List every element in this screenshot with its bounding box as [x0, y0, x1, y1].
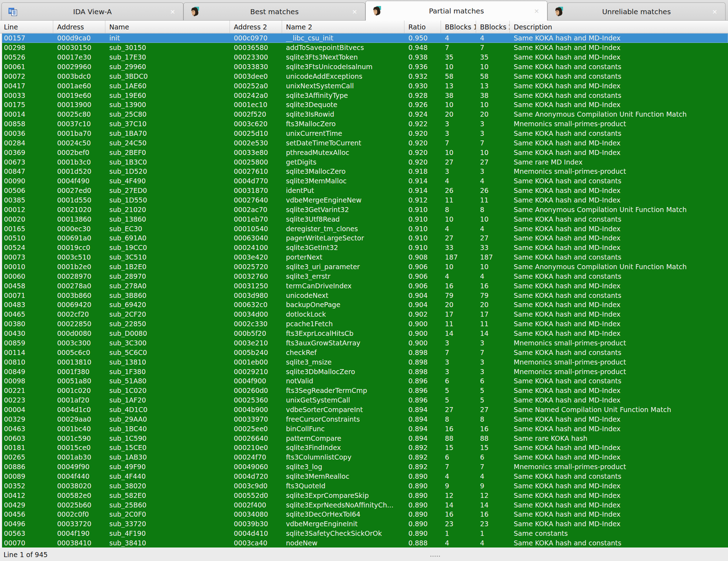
- tab-close-icon[interactable]: ×: [534, 8, 539, 14]
- cell-bblocks-2: 10: [476, 149, 510, 156]
- column-header-name[interactable]: Name: [105, 21, 230, 33]
- column-header-address-2[interactable]: Address 2: [230, 21, 282, 33]
- cell-line: 00483: [0, 301, 53, 309]
- cell-address-2: 0004d770: [230, 177, 282, 185]
- cell-name-2: sqlite3GetVarint32: [282, 206, 404, 213]
- cell-ratio: 0.920: [404, 158, 441, 166]
- splitter-handle-bottom[interactable]: [430, 556, 431, 557]
- column-header-address[interactable]: Address: [53, 21, 105, 33]
- table-row[interactable]: 000900004f490sub_4F4900004d770sqlite3Mem…: [0, 176, 728, 186]
- table-row[interactable]: 000730003c510sub_3C5100003e420porterNext…: [0, 252, 728, 262]
- table-row[interactable]: 004560002c0f0sub_2C0F000034080sqlite3Dec…: [0, 510, 728, 519]
- table-row[interactable]: 0035200038020sub_380200003c9d0fts3QuoteI…: [0, 481, 728, 490]
- table-row[interactable]: 003850001d550sub_1D55000027640vdbeMergeE…: [0, 195, 728, 205]
- table-row[interactable]: 008490001f380sub_1F38000029210sqlite3DbM…: [0, 367, 728, 376]
- table-row[interactable]: 006030001c590sub_1C59000026640patternCom…: [0, 433, 728, 443]
- table-row[interactable]: 0009800051a80sub_51A800004f900notValid0.…: [0, 376, 728, 386]
- table-row[interactable]: 000360001ba70sub_1BA7000025d10unixCurren…: [0, 129, 728, 138]
- table-row[interactable]: 0001400025c80sub_25C800002f520sqlite3IsR…: [0, 110, 728, 119]
- cell-description: Same KOKA hash and MD-Index: [510, 510, 728, 518]
- table-row[interactable]: 0052400019cc0sub_19CC000024100sqlite3Get…: [0, 243, 728, 252]
- cell-bblocks-2: 4: [476, 177, 510, 185]
- table-row[interactable]: 00458000278a0sub_278A000031250termCanDri…: [0, 281, 728, 290]
- column-header-ratio[interactable]: Ratio: [404, 21, 441, 33]
- cell-bblocks-2: 6: [476, 453, 510, 461]
- status-text: Line 1 of 945: [4, 551, 48, 559]
- cell-address-2: 000242a0: [230, 91, 282, 99]
- cell-bblocks-2: 16: [476, 510, 510, 518]
- column-header-bblocks-2[interactable]: BBlocks 2: [476, 21, 510, 33]
- table-row[interactable]: 0018100015ce0sub_15CE0000210e0sqlite3Fin…: [0, 443, 728, 452]
- tab-close-icon[interactable]: ×: [352, 9, 357, 15]
- table-row[interactable]: 004650002cf20sub_2CF2000034d00dotlockLoc…: [0, 310, 728, 319]
- table-row[interactable]: 0032900029aa0sub_29AA000033970freeCursor…: [0, 414, 728, 424]
- table-row[interactable]: 0038000022850sub_228500002c330pcache1Fet…: [0, 319, 728, 329]
- table-row[interactable]: 0049600033720sub_3372000039b30vdbeMergeE…: [0, 519, 728, 529]
- column-header-name-2[interactable]: Name 2: [282, 21, 404, 33]
- tab-close-icon[interactable]: ×: [170, 9, 175, 15]
- table-row[interactable]: 001650000ec30sub_EC3000010540deregister_…: [0, 224, 728, 233]
- table-row[interactable]: 0003300019e60sub_19E60000242a0sqlite3Aff…: [0, 90, 728, 100]
- table-row[interactable]: 002230001af20sub_1AF2000025360unixGetSys…: [0, 395, 728, 405]
- table-row[interactable]: 0085800037c10sub_37C100003c620fts3Malloc…: [0, 119, 728, 129]
- column-header-description[interactable]: Description: [510, 21, 728, 33]
- table-row[interactable]: 0048300069420sub_69420000632c0backupOneP…: [0, 300, 728, 310]
- cell-address: 0001ae60: [53, 82, 105, 90]
- cell-address-2: 000b5f20: [230, 329, 282, 337]
- table-row[interactable]: 00157000d9ca0init000c0970__libc_csu_init…: [0, 33, 728, 43]
- cell-bblocks-1: 20: [441, 301, 476, 309]
- table-row[interactable]: 00430000d0080sub_D0080000b5f20fts3ExprLo…: [0, 329, 728, 338]
- table-row[interactable]: 002210001c020sub_1C020000260d0fts3SegRea…: [0, 386, 728, 395]
- table-row[interactable]: 005630004f190sub_4F1900004d410sqlite3Saf…: [0, 529, 728, 538]
- cell-address: 0001bc40: [53, 425, 105, 433]
- cell-bblocks-1: 1: [441, 529, 476, 537]
- cell-description: Same KOKA hash and MD-Index: [510, 310, 728, 318]
- table-row[interactable]: 0001200021020sub_210200002ac70sqlite3Get…: [0, 205, 728, 214]
- table-row[interactable]: 001140005c6c0sub_5C6C00005b240checkRef0.…: [0, 348, 728, 357]
- table-row[interactable]: 0002000013860sub_138600001eb70sqlite3Utf…: [0, 214, 728, 224]
- cell-address: 000d0080: [53, 329, 105, 337]
- table-row[interactable]: 0052600017e30sub_17E3000023300sqlite3Fts…: [0, 52, 728, 62]
- table-row[interactable]: 008590003c300sub_3C3000003e210fts3auxGro…: [0, 338, 728, 348]
- table-row[interactable]: 000890004f440sub_4F4400004d720sqlite3Mem…: [0, 472, 728, 481]
- table-row[interactable]: 004170001ae60sub_1AE60000252a0unixNextSy…: [0, 81, 728, 90]
- table-row[interactable]: 0081000013810sub_138100001eb00sqlite3_ms…: [0, 357, 728, 367]
- cell-line: 00858: [0, 120, 53, 128]
- table-row[interactable]: 000040004d1c0sub_4D1C00004b900vdbeSorter…: [0, 405, 728, 415]
- cell-bblocks-1: 8: [441, 206, 476, 213]
- table-row[interactable]: 000720003bdc0sub_3BDC00003dee0unicodeAdd…: [0, 71, 728, 81]
- table-row[interactable]: 0006100029960sub_2996000033830sqlite3Fts…: [0, 62, 728, 72]
- cell-description: Same Anonymous Compilation Unit Function…: [510, 206, 728, 213]
- table-row[interactable]: 0088600049f90sub_49F9000049060sqlite3_lo…: [0, 462, 728, 472]
- table-row[interactable]: 0006000028970sub_2897000032760sqlite3_er…: [0, 271, 728, 281]
- cell-bblocks-2: 5: [476, 387, 510, 394]
- tab-partial-matches[interactable]: Partial matches×: [365, 1, 547, 21]
- table-row[interactable]: 000710003b860sub_3B8600003d980unicodeNex…: [0, 290, 728, 300]
- cell-address-2: 00025ee0: [230, 425, 282, 433]
- table-row[interactable]: 006730001b3c0sub_1B3C000025800getDigits0…: [0, 157, 728, 167]
- table-row[interactable]: 002650001ab30sub_1AB3000024f70fts3Column…: [0, 452, 728, 462]
- cell-name-2: identPut: [282, 187, 404, 194]
- table-row[interactable]: 0029800030150sub_3015000036580addToSavep…: [0, 43, 728, 52]
- table-row[interactable]: 004630001bc40sub_1BC4000025ee0binCollFun…: [0, 424, 728, 433]
- table-row[interactable]: 0042900025b60sub_25B600002f400sqlite3Exp…: [0, 500, 728, 510]
- table-row[interactable]: 000100001b2e0sub_1B2E000025720sqlite3_ur…: [0, 262, 728, 272]
- table-row[interactable]: 00412000582e0sub_582E0000552d0sqlite3Exp…: [0, 490, 728, 500]
- table-row[interactable]: 0017500013900sub_139000001ec10sqlite3Deq…: [0, 100, 728, 110]
- table-row[interactable]: 008470001d520sub_1D52000027610sqlite3Mal…: [0, 167, 728, 176]
- column-header-bblocks-1[interactable]: BBlocks 1: [441, 21, 476, 33]
- table-row[interactable]: 0050600027ed0sub_27ED000031870identPut0.…: [0, 186, 728, 195]
- cell-ratio: 0.890: [404, 510, 441, 518]
- table-row[interactable]: 0007000038410sub_384100003ca40nodeNew0.8…: [0, 538, 728, 548]
- table-row[interactable]: 00510000691a0sub_691A000063040pagerWrite…: [0, 233, 728, 243]
- table-row[interactable]: 003690002bef0sub_2BEF000033e80pthreadMut…: [0, 148, 728, 157]
- column-header-line[interactable]: Line: [0, 21, 53, 33]
- tab-best-matches[interactable]: Best matches×: [183, 2, 365, 20]
- cell-address-2: 00029210: [230, 368, 282, 376]
- cell-name-2: unixNextSystemCall: [282, 82, 404, 90]
- tab-close-icon[interactable]: ×: [712, 9, 717, 15]
- tab-unreliable-matches[interactable]: Unreliable matches×: [547, 2, 726, 20]
- cell-bblocks-1: 4: [441, 539, 476, 547]
- tab-ida-view-a[interactable]: IDA View-A×: [1, 2, 183, 20]
- table-row[interactable]: 0028400024c50sub_24C500002e530setDateTim…: [0, 138, 728, 148]
